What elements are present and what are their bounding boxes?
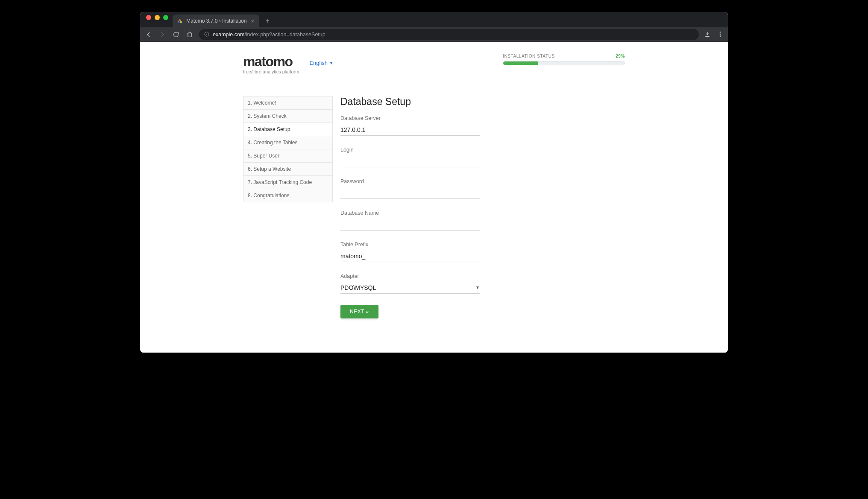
home-button[interactable] — [185, 30, 194, 39]
window-close-button[interactable] — [146, 15, 151, 20]
input-login[interactable] — [340, 156, 480, 167]
select-adapter[interactable]: PDO\MYSQL ▼ — [340, 283, 480, 294]
back-button[interactable] — [144, 30, 153, 39]
step-welcome[interactable]: 1. Welcome! — [243, 96, 332, 110]
new-tab-button[interactable]: + — [262, 15, 273, 26]
language-selector[interactable]: English ▼ — [309, 60, 333, 66]
tab-title: Matomo 3.7.0 › Installation — [186, 18, 246, 24]
window-zoom-button[interactable] — [163, 15, 168, 20]
caret-down-icon: ▼ — [329, 61, 333, 65]
brand-logo: matomo free/libre analytics platform — [243, 54, 299, 74]
step-super-user[interactable]: 5. Super User — [243, 149, 332, 163]
install-icon[interactable] — [704, 31, 711, 39]
svg-rect-3 — [207, 34, 207, 35]
address-bar[interactable]: example.com/index.php?action=databaseSet… — [199, 29, 699, 40]
caret-down-icon: ▼ — [475, 285, 480, 290]
installation-status: INSTALLATION STATUS 29% — [503, 54, 625, 65]
page-content: matomo free/libre analytics platform Eng… — [140, 42, 728, 353]
label-database-name: Database Name — [340, 210, 480, 216]
matomo-favicon-icon — [177, 18, 183, 24]
url-text: example.com/index.php?action=databaseSet… — [213, 32, 326, 38]
step-setup-website[interactable]: 6. Setup a Website — [243, 163, 332, 176]
page-header: matomo free/libre analytics platform Eng… — [243, 54, 625, 74]
forward-button[interactable] — [158, 30, 167, 39]
step-creating-tables[interactable]: 4. Creating the Tables — [243, 136, 332, 149]
field-database-name: Database Name — [340, 210, 480, 231]
svg-point-6 — [720, 33, 721, 35]
kebab-menu-icon[interactable] — [717, 31, 724, 39]
svg-rect-4 — [207, 33, 207, 33]
browser-chrome: Matomo 3.7.0 › Installation × + — [140, 12, 728, 42]
label-login: Login — [340, 147, 480, 153]
label-database-server: Database Server — [340, 115, 480, 121]
status-label: INSTALLATION STATUS — [503, 54, 555, 58]
window-minimize-button[interactable] — [155, 15, 160, 20]
label-table-prefix: Table Prefix — [340, 242, 480, 248]
input-password[interactable] — [340, 188, 480, 199]
logo-text: matomo — [243, 54, 299, 70]
browser-window: Matomo 3.7.0 › Installation × + — [140, 12, 728, 353]
step-database-setup[interactable]: 3. Database Setup — [243, 123, 332, 136]
status-percent: 29% — [616, 54, 625, 58]
progress-bar — [503, 61, 625, 65]
input-table-prefix[interactable] — [340, 251, 480, 262]
reload-button[interactable] — [172, 30, 180, 39]
step-congratulations[interactable]: 8. Congratulations — [243, 189, 332, 202]
browser-toolbar: example.com/index.php?action=databaseSet… — [140, 27, 728, 42]
divider — [243, 84, 625, 84]
main-panel: Database Setup Database Server Login Pas… — [340, 96, 625, 353]
next-button[interactable]: NEXT » — [340, 305, 378, 318]
toolbar-right — [704, 31, 724, 39]
svg-point-5 — [720, 32, 721, 33]
input-database-server[interactable] — [340, 125, 480, 136]
tab-strip: Matomo 3.7.0 › Installation × + — [140, 12, 728, 27]
tab-close-icon[interactable]: × — [250, 18, 255, 25]
page-title: Database Setup — [340, 96, 625, 108]
window-controls — [144, 15, 173, 24]
field-login: Login — [340, 147, 480, 167]
language-label: English — [309, 60, 328, 66]
progress-fill — [503, 61, 538, 65]
step-system-check[interactable]: 2. System Check — [243, 110, 332, 123]
input-database-name[interactable] — [340, 219, 480, 231]
step-js-tracking[interactable]: 7. JavaScript Tracking Code — [243, 176, 332, 189]
logo-tagline: free/libre analytics platform — [243, 69, 299, 74]
field-password: Password — [340, 178, 480, 199]
browser-tab[interactable]: Matomo 3.7.0 › Installation × — [173, 15, 259, 27]
select-adapter-value: PDO\MYSQL — [340, 284, 376, 291]
install-steps: 1. Welcome! 2. System Check 3. Database … — [243, 96, 333, 202]
label-password: Password — [340, 178, 480, 184]
label-adapter: Adapter — [340, 273, 480, 279]
field-database-server: Database Server — [340, 115, 480, 136]
field-table-prefix: Table Prefix — [340, 242, 480, 262]
site-info-icon[interactable] — [204, 32, 209, 38]
field-adapter: Adapter PDO\MYSQL ▼ — [340, 273, 480, 294]
svg-point-7 — [720, 35, 721, 37]
